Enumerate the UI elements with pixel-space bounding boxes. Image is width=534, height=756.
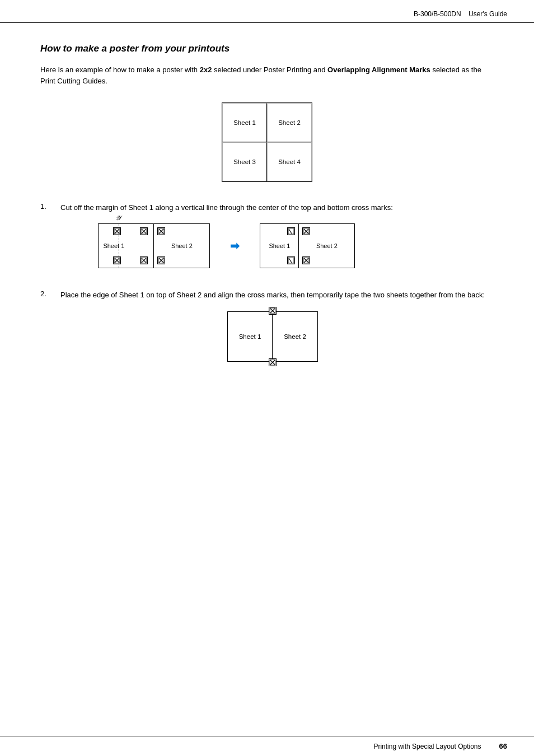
step2-cell-2: Sheet 2 (273, 312, 317, 361)
cross-s2-bl (157, 256, 165, 264)
step1-sheet2-before: Sheet 2 (154, 223, 210, 268)
step-2-diagram: Sheet 1 Sheet 2 (60, 311, 485, 362)
svg-line-20 (289, 258, 292, 263)
step-1-diagram: 𝒴 Sheet 1 (60, 223, 393, 268)
step-1-text: Cut off the margin of Sheet 1 along a ve… (60, 203, 393, 212)
poster-grid-diagram: Sheet 1 Sheet 2 Sheet 3 Sheet 4 (40, 102, 494, 182)
step1-sheet1-before: 𝒴 Sheet 1 (98, 223, 154, 268)
cross-br (140, 256, 148, 264)
step-2-text: Place the edge of Sheet 1 on top of Shee… (60, 291, 485, 299)
step2-combined-sheet: Sheet 1 Sheet 2 (227, 311, 318, 362)
header-title: B-300/B-500DN User's Guide (414, 10, 507, 18)
cross-tr (140, 227, 148, 235)
main-content: How to make a poster from your printouts… (0, 23, 534, 422)
cross-bl (113, 256, 121, 264)
poster-cell-1: Sheet 1 (222, 103, 267, 142)
poster-cell-2: Sheet 2 (267, 103, 312, 142)
cross-after-s2-tl (302, 227, 310, 235)
page: B-300/B-500DN User's Guide How to make a… (0, 0, 534, 756)
bold-2x2: 2x2 (200, 66, 212, 74)
cross-s2-tl (157, 227, 165, 235)
cross-after-br (287, 256, 295, 264)
poster-cell-3: Sheet 3 (222, 142, 267, 181)
step1-sheet2-after: Sheet 2 (299, 223, 355, 268)
footer-page-number: 66 (499, 742, 507, 750)
svg-line-18 (289, 229, 292, 234)
page-header: B-300/B-500DN User's Guide (0, 0, 534, 23)
poster-grid: Sheet 1 Sheet 2 Sheet 3 Sheet 4 (222, 102, 312, 182)
footer-section: Printing with Special Layout Options (373, 743, 481, 750)
cross-after-tr (287, 227, 295, 235)
step2-cell-1: Sheet 1 (228, 312, 273, 361)
cross-after-s2-bl (302, 256, 310, 264)
step1-arrow: ➡ (230, 239, 240, 253)
step-1: 1. Cut off the margin of Sheet 1 along a… (40, 202, 494, 274)
y-mark: 𝒴 (115, 214, 120, 222)
page-footer: Printing with Special Layout Options 66 (0, 736, 534, 756)
step-2-number: 2. (40, 290, 54, 361)
step1-sheet1-label: Sheet 1 (103, 242, 124, 249)
step-1-number: 1. (40, 202, 54, 274)
poster-cell-4: Sheet 4 (267, 142, 312, 181)
step2-cross-top (269, 307, 277, 315)
section-title: How to make a poster from your printouts (40, 43, 494, 54)
intro-paragraph: Here is an example of how to make a post… (40, 64, 494, 87)
step1-sheet2-after-label: Sheet 2 (316, 242, 338, 249)
step1-sheet1-after: Sheet 1 (260, 223, 299, 268)
step1-sheet2-label: Sheet 2 (171, 242, 193, 249)
bold-alignment-marks: Overlapping Alignment Marks (327, 66, 430, 74)
step1-sheet1-after-label: Sheet 1 (269, 242, 290, 249)
step-2: 2. Place the edge of Sheet 1 on top of S… (40, 290, 494, 361)
step2-cross-bottom (269, 358, 277, 366)
cross-tl (113, 227, 121, 235)
